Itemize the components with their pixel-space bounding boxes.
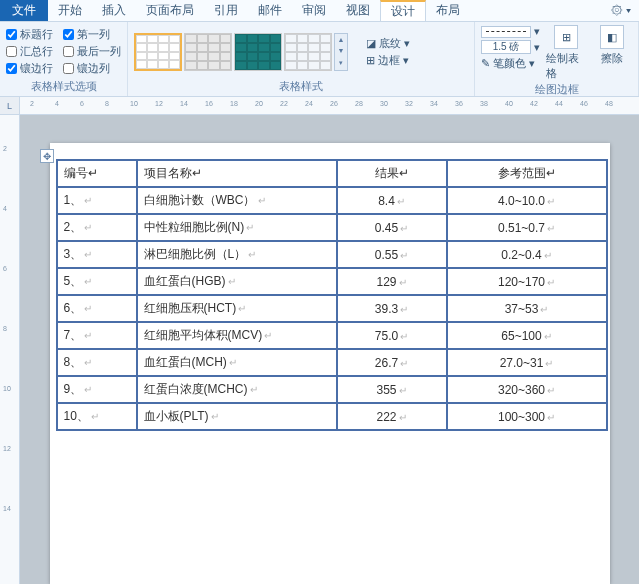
tso-3[interactable]: 最后一列	[63, 44, 121, 59]
tso-checkbox-1[interactable]	[63, 29, 74, 40]
cell-name[interactable]: 淋巴细胞比例（L）↵	[137, 241, 337, 268]
line-weight-picker[interactable]: 1.5 磅 ▾	[481, 40, 540, 54]
page-scroll[interactable]: ✥ 编号↵项目名称↵结果↵参考范围↵ 1、↵白细胞计数（WBC）↵8.4↵4.0…	[20, 115, 639, 584]
cell-result[interactable]: 0.45↵	[337, 214, 447, 241]
cell-no[interactable]: 7、↵	[57, 322, 137, 349]
group-label-tso: 表格样式选项	[6, 78, 121, 95]
tso-checkbox-4[interactable]	[6, 63, 17, 74]
cell-name[interactable]: 血小板(PLT)↵	[137, 403, 337, 430]
cell-name[interactable]: 血红蛋白(MCH)↵	[137, 349, 337, 376]
menu-tab-5[interactable]: 审阅	[292, 0, 336, 21]
eraser-button[interactable]: ◧ 擦除	[592, 25, 632, 66]
table-header-row[interactable]: 编号↵项目名称↵结果↵参考范围↵	[57, 160, 607, 187]
table-row[interactable]: 7、↵红细胞平均体积(MCV)↵75.0↵65~100↵	[57, 322, 607, 349]
menu-tab-0[interactable]: 开始	[48, 0, 92, 21]
group-label-styles: 表格样式	[134, 78, 468, 95]
cell-range[interactable]: 65~100↵	[447, 322, 607, 349]
menu-tab-3[interactable]: 引用	[204, 0, 248, 21]
cell-no[interactable]: 3、↵	[57, 241, 137, 268]
cell-name[interactable]: 红细胞压积(HCT)↵	[137, 295, 337, 322]
tso-checkbox-0[interactable]	[6, 29, 17, 40]
vruler-tick: 14	[3, 505, 11, 512]
cell-name[interactable]: 中性粒细胞比例(N)↵	[137, 214, 337, 241]
menu-tab-6[interactable]: 视图	[336, 0, 380, 21]
line-style-picker[interactable]: ▾	[481, 25, 540, 38]
cell-name[interactable]: 红蛋白浓度(MCHC)↵	[137, 376, 337, 403]
cell-name[interactable]: 红细胞平均体积(MCV)↵	[137, 322, 337, 349]
cell-result[interactable]: 355↵	[337, 376, 447, 403]
cell-result[interactable]: 222↵	[337, 403, 447, 430]
cell-range[interactable]: 0.2~0.4↵	[447, 241, 607, 268]
tso-checkbox-5[interactable]	[63, 63, 74, 74]
style-thumb-1[interactable]	[134, 33, 182, 71]
hruler-tick: 16	[205, 100, 213, 107]
menu-tab-2[interactable]: 页面布局	[136, 0, 204, 21]
cell-no[interactable]: 6、↵	[57, 295, 137, 322]
cell-range[interactable]: 0.51~0.7↵	[447, 214, 607, 241]
cell-no[interactable]: 2、↵	[57, 214, 137, 241]
style-thumb-3[interactable]	[234, 33, 282, 71]
table-header-2[interactable]: 结果↵	[337, 160, 447, 187]
table-header-3[interactable]: 参考范围↵	[447, 160, 607, 187]
tso-checkbox-3[interactable]	[63, 46, 74, 57]
table-move-handle[interactable]: ✥	[40, 149, 54, 163]
menu-tab-4[interactable]: 邮件	[248, 0, 292, 21]
table-header-0[interactable]: 编号↵	[57, 160, 137, 187]
document-table[interactable]: 编号↵项目名称↵结果↵参考范围↵ 1、↵白细胞计数（WBC）↵8.4↵4.0~1…	[56, 159, 608, 431]
cell-range[interactable]: 120~170↵	[447, 268, 607, 295]
menu-tab-8[interactable]: 布局	[426, 0, 470, 21]
draw-table-button[interactable]: ⊞ 绘制表格	[546, 25, 586, 81]
cell-result[interactable]: 75.0↵	[337, 322, 447, 349]
table-style-options: 标题行第一列汇总行最后一列镶边行镶边列	[6, 27, 121, 76]
cell-no[interactable]: 8、↵	[57, 349, 137, 376]
tso-5[interactable]: 镶边列	[63, 61, 121, 76]
table-row[interactable]: 2、↵中性粒细胞比例(N)↵0.45↵0.51~0.7↵	[57, 214, 607, 241]
cell-no[interactable]: 10、↵	[57, 403, 137, 430]
table-row[interactable]: 9、↵红蛋白浓度(MCHC)↵355↵320~360↵	[57, 376, 607, 403]
cell-no[interactable]: 5、↵	[57, 268, 137, 295]
menu-tab-1[interactable]: 插入	[92, 0, 136, 21]
table-header-1[interactable]: 项目名称↵	[137, 160, 337, 187]
cell-result[interactable]: 39.3↵	[337, 295, 447, 322]
borders-label: 边框	[378, 53, 400, 68]
table-row[interactable]: 5、↵血红蛋白(HGB)↵129↵120~170↵	[57, 268, 607, 295]
style-thumb-2[interactable]	[184, 33, 232, 71]
document-page[interactable]: ✥ 编号↵项目名称↵结果↵参考范围↵ 1、↵白细胞计数（WBC）↵8.4↵4.0…	[50, 143, 610, 584]
tso-1[interactable]: 第一列	[63, 27, 121, 42]
menu-tab-7[interactable]: 设计	[380, 0, 426, 21]
shading-button[interactable]: ◪ 底纹 ▾	[366, 36, 410, 51]
cell-range[interactable]: 4.0~10.0↵	[447, 187, 607, 214]
cell-range[interactable]: 27.0~31↵	[447, 349, 607, 376]
cell-result[interactable]: 8.4↵	[337, 187, 447, 214]
table-row[interactable]: 10、↵血小板(PLT)↵222↵100~300↵	[57, 403, 607, 430]
ruler-corner[interactable]: L	[0, 97, 20, 115]
borders-button[interactable]: ⊞ 边框 ▾	[366, 53, 410, 68]
cell-result[interactable]: 129↵	[337, 268, 447, 295]
cell-result[interactable]: 0.55↵	[337, 241, 447, 268]
cell-range[interactable]: 100~300↵	[447, 403, 607, 430]
pen-color-picker[interactable]: ✎ 笔颜色 ▾	[481, 56, 540, 71]
horizontal-ruler[interactable]: 2468101214161820222426283032343638404244…	[20, 97, 639, 114]
vertical-ruler[interactable]: 2468101214	[0, 115, 20, 584]
gallery-more[interactable]: ▲▼▾	[334, 33, 348, 71]
help-icon[interactable]: ۞ ▾	[603, 0, 639, 21]
table-row[interactable]: 6、↵红细胞压积(HCT)↵39.3↵37~53↵	[57, 295, 607, 322]
table-row[interactable]: 3、↵淋巴细胞比例（L）↵0.55↵0.2~0.4↵	[57, 241, 607, 268]
cell-name[interactable]: 白细胞计数（WBC）↵	[137, 187, 337, 214]
cell-name[interactable]: 血红蛋白(HGB)↵	[137, 268, 337, 295]
cell-no[interactable]: 9、↵	[57, 376, 137, 403]
table-row[interactable]: 8、↵血红蛋白(MCH)↵26.7↵27.0~31↵	[57, 349, 607, 376]
tso-4[interactable]: 镶边行	[6, 61, 53, 76]
cell-result[interactable]: 26.7↵	[337, 349, 447, 376]
cell-range[interactable]: 320~360↵	[447, 376, 607, 403]
tso-0[interactable]: 标题行	[6, 27, 53, 42]
cell-range[interactable]: 37~53↵	[447, 295, 607, 322]
style-thumb-4[interactable]	[284, 33, 332, 71]
tso-2[interactable]: 汇总行	[6, 44, 53, 59]
cell-no[interactable]: 1、↵	[57, 187, 137, 214]
tso-checkbox-2[interactable]	[6, 46, 17, 57]
hruler-tick: 12	[155, 100, 163, 107]
style-gallery[interactable]: ▲▼▾	[134, 33, 348, 71]
file-menu[interactable]: 文件	[0, 0, 48, 21]
table-row[interactable]: 1、↵白细胞计数（WBC）↵8.4↵4.0~10.0↵	[57, 187, 607, 214]
